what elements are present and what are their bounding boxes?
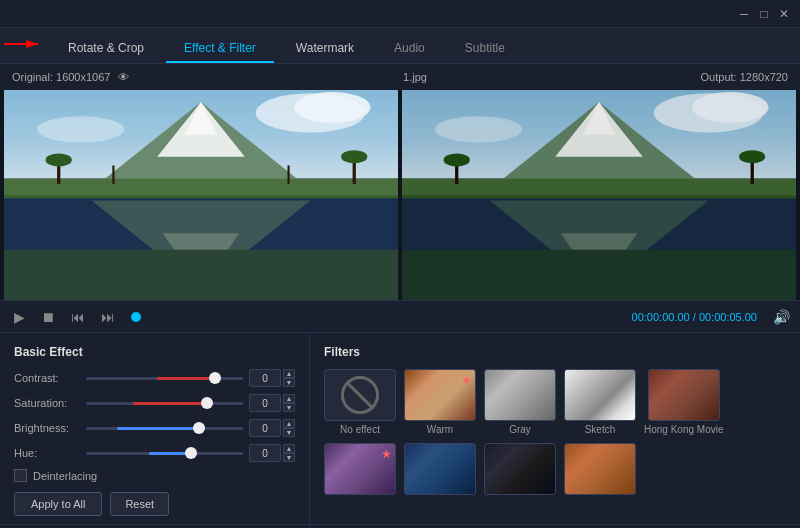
tab-rotate-crop[interactable]: Rotate & Crop: [50, 35, 162, 63]
tab-subtitle[interactable]: Subtitle: [447, 35, 523, 63]
deinterlacing-label: Deinterlacing: [33, 470, 97, 482]
purple-thumbnail: ★: [324, 443, 396, 495]
filter-no-effect[interactable]: No effect: [324, 369, 396, 435]
dark-thumbnail: [484, 443, 556, 495]
hue-slider[interactable]: [86, 446, 243, 460]
hk-movie-thumbnail: [648, 369, 720, 421]
no-effect-thumbnail: [324, 369, 396, 421]
saturation-increment[interactable]: ▲: [283, 394, 295, 403]
deinterlacing-row: Deinterlacing: [14, 469, 295, 482]
right-preview: [402, 90, 796, 300]
original-resolution: Original: 1600x1067: [12, 71, 110, 83]
saturation-slider[interactable]: [86, 396, 243, 410]
reset-button[interactable]: Reset: [110, 492, 169, 516]
tab-effect-filter[interactable]: Effect & Filter: [166, 35, 274, 63]
filter-orange[interactable]: [564, 443, 636, 498]
contrast-slider[interactable]: [86, 371, 243, 385]
output-preview-image: [402, 90, 796, 300]
time-display: 00:00:00.00 / 00:00:05.00: [632, 311, 757, 323]
orange-thumbnail: [564, 443, 636, 495]
filters-grid: No effect ★ Warm Gray Sketch: [324, 369, 786, 498]
filter-no-effect-label: No effect: [340, 424, 380, 435]
contrast-decrement[interactable]: ▼: [283, 378, 295, 387]
basic-effect-title: Basic Effect: [14, 345, 295, 359]
bottom-section: Basic Effect Contrast: 0 ▲ ▼ Saturation:: [0, 332, 800, 524]
filter-warm-label: Warm: [427, 424, 453, 435]
purple-star-badge: ★: [381, 447, 392, 461]
no-effect-circle: [341, 376, 379, 414]
brightness-decrement[interactable]: ▼: [283, 428, 295, 437]
filter-blue-teal[interactable]: [404, 443, 476, 498]
apply-to-all-button[interactable]: Apply to All: [14, 492, 102, 516]
info-bar: Original: 1600x1067 👁 1.jpg Output: 1280…: [0, 64, 800, 90]
left-preview: [4, 90, 398, 300]
brightness-spinner[interactable]: ▲ ▼: [283, 419, 295, 437]
svg-point-25: [692, 92, 769, 123]
title-bar: ─ □ ✕: [0, 0, 800, 28]
eye-icon[interactable]: 👁: [118, 71, 129, 83]
filter-sketch[interactable]: Sketch: [564, 369, 636, 435]
svg-point-17: [46, 153, 72, 166]
controls-bar: ▶ ⏹ ⏮ ⏭ 00:00:00.00 / 00:00:05.00 🔊: [0, 300, 800, 332]
contrast-spinner[interactable]: ▲ ▼: [283, 369, 295, 387]
warm-star-badge: ★: [461, 373, 472, 387]
filter-sketch-label: Sketch: [585, 424, 616, 435]
stop-button[interactable]: ⏹: [37, 307, 59, 327]
basic-effect-panel: Basic Effect Contrast: 0 ▲ ▼ Saturation:: [0, 333, 310, 524]
action-bar: OK Cancel: [0, 524, 800, 528]
contrast-increment[interactable]: ▲: [283, 369, 295, 378]
filter-gray[interactable]: Gray: [484, 369, 556, 435]
brightness-label: Brightness:: [14, 422, 86, 434]
minimize-button[interactable]: ─: [736, 6, 752, 22]
next-button[interactable]: ⏭: [97, 307, 119, 327]
original-preview-image: [4, 90, 398, 300]
sketch-thumbnail: [564, 369, 636, 421]
deinterlacing-checkbox[interactable]: [14, 469, 27, 482]
svg-rect-35: [402, 250, 796, 300]
filter-dark[interactable]: [484, 443, 556, 498]
filter-purple[interactable]: ★: [324, 443, 396, 498]
arrow-indicator: [4, 34, 44, 54]
close-button[interactable]: ✕: [776, 6, 792, 22]
prev-button[interactable]: ⏮: [67, 307, 89, 327]
svg-rect-31: [402, 179, 796, 195]
hue-increment[interactable]: ▲: [283, 444, 295, 453]
blue-teal-thumbnail: [404, 443, 476, 495]
filters-panel: Filters No effect ★ Warm: [310, 333, 800, 524]
saturation-row: Saturation: 0 ▲ ▼: [14, 394, 295, 412]
saturation-decrement[interactable]: ▼: [283, 403, 295, 412]
svg-point-39: [739, 150, 765, 163]
svg-point-26: [435, 116, 523, 142]
contrast-label: Contrast:: [14, 372, 86, 384]
saturation-value: 0: [249, 394, 281, 412]
hue-spinner[interactable]: ▲ ▼: [283, 444, 295, 462]
filter-warm[interactable]: ★ Warm: [404, 369, 476, 435]
volume-icon[interactable]: 🔊: [773, 309, 790, 325]
filters-title: Filters: [324, 345, 786, 359]
tab-watermark[interactable]: Watermark: [278, 35, 372, 63]
play-button[interactable]: ▶: [10, 307, 29, 327]
hue-label: Hue:: [14, 447, 86, 459]
brightness-slider[interactable]: [86, 421, 243, 435]
saturation-spinner[interactable]: ▲ ▼: [283, 394, 295, 412]
brightness-increment[interactable]: ▲: [283, 419, 295, 428]
tab-bar: Rotate & Crop Effect & Filter Watermark …: [0, 28, 800, 64]
brightness-value: 0: [249, 419, 281, 437]
no-effect-line: [346, 381, 375, 410]
svg-point-5: [294, 92, 371, 123]
current-time: 00:00:00.00: [632, 311, 690, 323]
filter-hk-movie[interactable]: Hong Kong Movie: [644, 369, 724, 435]
total-time: 00:00:05.00: [699, 311, 757, 323]
tab-audio[interactable]: Audio: [376, 35, 443, 63]
hue-value: 0: [249, 444, 281, 462]
progress-indicator: [131, 312, 141, 322]
contrast-value: 0: [249, 369, 281, 387]
filename: 1.jpg: [403, 71, 427, 83]
svg-rect-15: [4, 250, 398, 300]
warm-thumbnail: ★: [404, 369, 476, 421]
hue-decrement[interactable]: ▼: [283, 453, 295, 462]
output-resolution: Output: 1280x720: [701, 71, 788, 83]
saturation-label: Saturation:: [14, 397, 86, 409]
hue-row: Hue: 0 ▲ ▼: [14, 444, 295, 462]
maximize-button[interactable]: □: [756, 6, 772, 22]
